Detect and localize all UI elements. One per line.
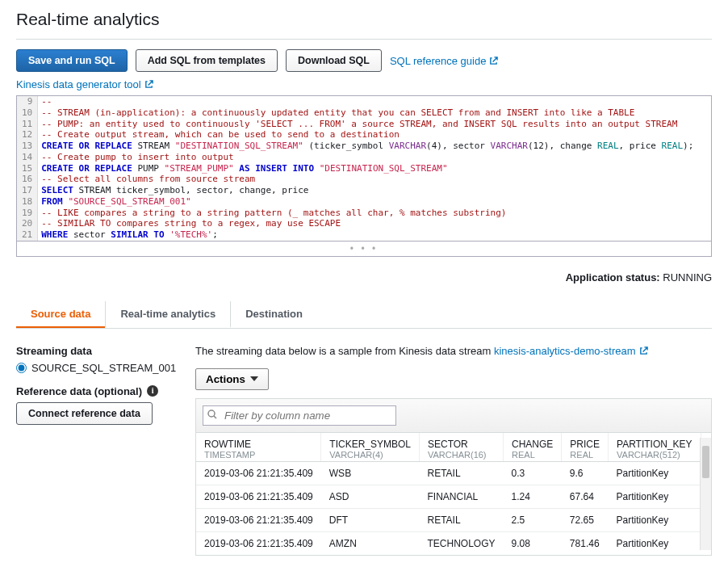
sql-editor[interactable]: 9101112131415161718192021 ---- STREAM (i…: [16, 95, 712, 242]
table-row[interactable]: 2019-03-06 21:21:35.409WSBRETAIL0.39.6Pa…: [196, 461, 712, 485]
table-cell: AMZN: [321, 531, 420, 555]
table-cell: 67.64: [562, 485, 609, 508]
actions-label: Actions: [206, 373, 245, 385]
column-header[interactable]: TICKER_SYMBOLVARCHAR(4): [321, 433, 420, 462]
connect-reference-data-button[interactable]: Connect reference data: [16, 402, 153, 425]
table-cell: PartitionKey: [609, 461, 701, 485]
sql-reference-link[interactable]: SQL reference guide: [390, 55, 498, 67]
stream-radio[interactable]: [16, 363, 27, 373]
table-cell: TECHNOLOGY: [420, 531, 504, 555]
chevron-down-icon: [250, 376, 258, 381]
table-row[interactable]: 2019-03-06 21:21:35.409ASDFINANCIAL1.246…: [196, 485, 712, 508]
column-header[interactable]: PARTITION_KEYVARCHAR(512): [609, 433, 701, 462]
info-icon[interactable]: i: [147, 385, 158, 397]
external-link-icon: [144, 80, 153, 89]
table-cell: 2019-03-06 21:21:35.409: [196, 485, 321, 508]
editor-gutter: 9101112131415161718192021: [17, 96, 38, 241]
table-cell: FINANCIAL: [420, 485, 504, 508]
sql-reference-label: SQL reference guide: [390, 55, 486, 67]
kinesis-generator-label: Kinesis data generator tool: [16, 78, 141, 90]
table-cell: 781.46: [562, 531, 609, 555]
status-value: RUNNING: [663, 271, 712, 284]
table-cell: ASD: [321, 485, 420, 508]
filter-input[interactable]: [203, 405, 396, 426]
filter-bar: [195, 398, 712, 433]
stream-name-label: SOURCE_SQL_STREAM_001: [31, 362, 176, 374]
sidebar: Streaming data SOURCE_SQL_STREAM_001 Ref…: [16, 345, 169, 556]
table-cell: DFT: [321, 508, 420, 531]
actions-dropdown[interactable]: Actions: [195, 368, 269, 390]
table-cell: PartitionKey: [609, 508, 701, 531]
toolbar: Save and run SQL Add SQL from templates …: [16, 49, 712, 72]
status-label: Application status:: [566, 271, 660, 284]
external-link-icon: [489, 57, 498, 65]
content: The streaming data below is a sample fro…: [195, 345, 712, 556]
download-sql-button[interactable]: Download SQL: [286, 49, 382, 72]
table-cell: WSB: [321, 461, 420, 485]
reference-data-heading: Reference data (optional) i: [16, 385, 169, 397]
table-cell: 72.65: [562, 508, 609, 531]
save-run-sql-button[interactable]: Save and run SQL: [16, 49, 128, 72]
reference-data-label: Reference data (optional): [16, 385, 142, 397]
table-row[interactable]: 2019-03-06 21:21:35.409AMZNTECHNOLOGY9.0…: [196, 531, 712, 555]
search-icon: [207, 410, 217, 419]
tabs: Source dataReal-time analyticsDestinatio…: [16, 301, 712, 329]
stream-description: The streaming data below is a sample fro…: [195, 345, 712, 357]
svg-point-0: [208, 410, 215, 417]
table-cell: RETAIL: [420, 461, 504, 485]
column-header[interactable]: PRICEREAL: [562, 433, 609, 462]
table-cell: PartitionKey: [609, 531, 701, 555]
table-cell: RETAIL: [420, 508, 504, 531]
tab-destination[interactable]: Destination: [230, 301, 317, 328]
page-title: Real-time analytics: [16, 6, 712, 40]
editor-code[interactable]: ---- STREAM (in-application): a continuo…: [38, 96, 711, 241]
table-cell: 2019-03-06 21:21:35.409: [196, 531, 321, 555]
demo-stream-link[interactable]: kinesis-analytics-demo-stream: [494, 345, 648, 357]
resize-handle[interactable]: • • •: [16, 242, 712, 257]
column-header[interactable]: CHANGEREAL: [504, 433, 562, 462]
table-cell: 9.08: [504, 531, 562, 555]
tab-real-time-analytics[interactable]: Real-time analytics: [105, 301, 230, 328]
column-header[interactable]: SECTORVARCHAR(16): [420, 433, 504, 462]
column-header[interactable]: ROWTIMETIMESTAMP: [196, 433, 321, 462]
tab-source-data[interactable]: Source data: [16, 301, 105, 328]
streaming-data-heading: Streaming data: [16, 345, 169, 357]
kinesis-generator-link[interactable]: Kinesis data generator tool: [16, 78, 153, 90]
vertical-scrollbar[interactable]: [700, 438, 711, 550]
table-row[interactable]: 2019-03-06 21:21:35.409DFTRETAIL2.572.65…: [196, 508, 712, 531]
stream-radio-row[interactable]: SOURCE_SQL_STREAM_001: [16, 362, 169, 374]
application-status: Application status: RUNNING: [16, 271, 712, 284]
data-table-wrap: ROWTIMETIMESTAMPTICKER_SYMBOLVARCHAR(4)S…: [195, 433, 712, 556]
table-cell: 2019-03-06 21:21:35.409: [196, 461, 321, 485]
demo-stream-label: kinesis-analytics-demo-stream: [494, 345, 636, 357]
add-sql-templates-button[interactable]: Add SQL from templates: [136, 49, 278, 72]
data-table: ROWTIMETIMESTAMPTICKER_SYMBOLVARCHAR(4)S…: [196, 433, 712, 555]
table-cell: 1.24: [504, 485, 562, 508]
external-link-icon: [639, 346, 648, 355]
desc-text: The streaming data below is a sample fro…: [195, 345, 494, 357]
table-cell: 0.3: [504, 461, 562, 485]
table-cell: 2019-03-06 21:21:35.409: [196, 508, 321, 531]
scrollbar-thumb[interactable]: [702, 446, 709, 478]
table-cell: PartitionKey: [609, 485, 701, 508]
table-cell: 2.5: [504, 508, 562, 531]
table-cell: 9.6: [562, 461, 609, 485]
